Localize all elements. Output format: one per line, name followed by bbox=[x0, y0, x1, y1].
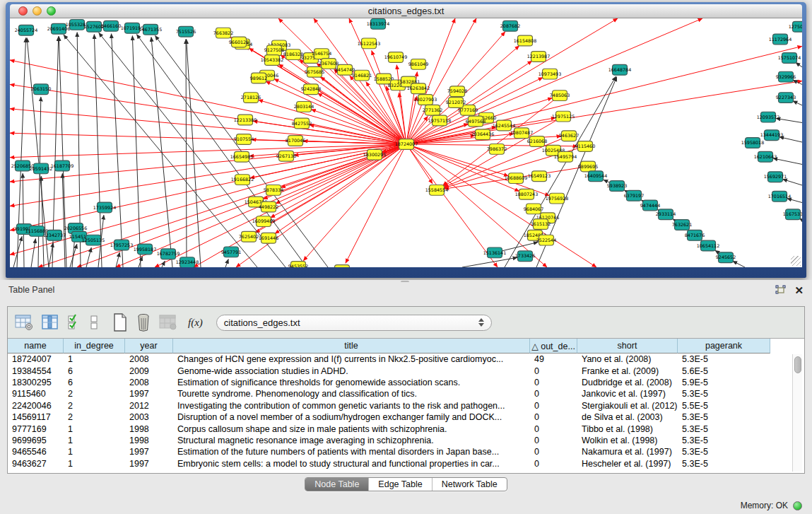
show-columns-icon[interactable] bbox=[41, 313, 59, 332]
graph-node[interactable]: 9107554 bbox=[234, 134, 254, 145]
graph-node[interactable]: 1691446 bbox=[259, 233, 278, 243]
table-row[interactable]: 1830029562008Estimation of significance … bbox=[8, 377, 804, 388]
column-header-short[interactable]: short bbox=[577, 339, 678, 354]
table-row[interactable]: 969969511998Structural magnetic resonanc… bbox=[8, 435, 804, 446]
function-builder-icon[interactable]: f(x) bbox=[188, 313, 203, 332]
panel-splitter-handle[interactable] bbox=[401, 281, 409, 284]
graph-node[interactable]: 7632621 bbox=[672, 220, 692, 230]
table-row[interactable]: 977716911998Corpus callosum shape and si… bbox=[8, 423, 804, 434]
graph-node[interactable]: 10807487 bbox=[510, 128, 533, 139]
table-row[interactable]: 911546021997Tourette syndrome. Phenomeno… bbox=[8, 388, 804, 399]
graph-node[interactable]: 18313974 bbox=[367, 18, 389, 29]
graph-node[interactable]: 1546754 bbox=[312, 49, 331, 59]
graph-node[interactable]: 12450122 bbox=[331, 265, 353, 267]
table-row[interactable]: 946362711997Embryonic stem cells: a mode… bbox=[8, 458, 804, 469]
graph-node[interactable]: 5675685 bbox=[305, 66, 324, 77]
network-select[interactable]: citations_edges.txt bbox=[216, 315, 492, 331]
delete-icon[interactable] bbox=[136, 313, 151, 332]
graph-node[interactable]: 2933114 bbox=[656, 209, 676, 220]
resize-grip[interactable] bbox=[791, 256, 801, 266]
zoom-window-icon[interactable] bbox=[47, 6, 56, 16]
graph-node[interactable]: 7625402 bbox=[239, 231, 259, 242]
table-vertical-scrollbar[interactable] bbox=[792, 354, 802, 472]
graph-node[interactable]: 2718126 bbox=[241, 93, 261, 103]
graph-node[interactable]: 16154808 bbox=[514, 35, 536, 46]
graph-node[interactable]: 4498222 bbox=[259, 201, 278, 212]
graph-node[interactable]: 15122543 bbox=[358, 38, 380, 49]
graph-node[interactable]: 989612 bbox=[250, 73, 267, 83]
window-titlebar[interactable]: citations_edges.txt bbox=[10, 4, 802, 18]
new-document-icon[interactable] bbox=[112, 313, 128, 332]
column-header-out-de-[interactable]: △ out_de... bbox=[530, 339, 577, 354]
table-row[interactable]: 1456911722003Disruption of a novel membe… bbox=[8, 411, 804, 423]
network-canvas[interactable]: 1872400739129541422608391275081054338281… bbox=[10, 18, 802, 267]
graph-node[interactable]: 6379197 bbox=[624, 190, 644, 201]
select-all-icon[interactable] bbox=[67, 313, 81, 332]
graph-node[interactable]: 1615132 bbox=[531, 219, 551, 230]
table-row[interactable]: 946554611997Estimation of the future num… bbox=[8, 446, 804, 457]
graph-node[interactable]: 10688609 bbox=[505, 173, 527, 184]
graph-node[interactable]: 2063150 bbox=[31, 84, 51, 95]
graph-node[interactable]: 9127508 bbox=[264, 45, 284, 56]
graph-node[interactable]: 9227343 bbox=[776, 93, 796, 103]
graph-node[interactable]: 9463627 bbox=[559, 131, 579, 141]
graph-node[interactable]: 9146821 bbox=[352, 70, 372, 81]
graph-node[interactable]: 8471676 bbox=[685, 230, 705, 240]
graph-node[interactable]: 12213987 bbox=[527, 52, 550, 62]
graph-node[interactable]: 5878334 bbox=[264, 185, 283, 195]
graph-node[interactable]: 16648784 bbox=[608, 64, 631, 75]
column-header-name[interactable]: name bbox=[8, 339, 64, 354]
graph-node[interactable]: 6497568 bbox=[466, 116, 486, 127]
table-row[interactable]: 1938455462009Genome-wide association stu… bbox=[8, 365, 804, 376]
close-window-icon[interactable] bbox=[18, 6, 28, 16]
graph-node[interactable]: 12093572 bbox=[757, 112, 779, 122]
graph-node[interactable]: 5938923 bbox=[607, 181, 627, 192]
graph-node[interactable]: 19610749 bbox=[384, 52, 407, 63]
graph-node[interactable]: 2087682 bbox=[500, 21, 520, 31]
graph-node[interactable]: 19756928 bbox=[546, 193, 568, 204]
graph-node[interactable]: 12923448 bbox=[176, 257, 199, 267]
column-header-title[interactable]: title bbox=[173, 339, 530, 354]
table-row[interactable]: 2242004622012Investigating the contribut… bbox=[8, 400, 804, 411]
graph-node[interactable]: 16210643 bbox=[754, 151, 777, 162]
graph-node[interactable]: 10543382 bbox=[261, 55, 283, 66]
graph-node[interactable]: 9245652 bbox=[716, 252, 736, 263]
graph-node[interactable]: 15751074 bbox=[778, 53, 801, 64]
graph-node[interactable]: 7986372 bbox=[487, 144, 507, 154]
close-panel-icon[interactable]: ✕ bbox=[794, 285, 804, 296]
graph-node[interactable]: 13444193 bbox=[760, 130, 783, 141]
graph-node[interactable]: 15692971 bbox=[764, 172, 787, 182]
graph-node[interactable]: 19166822 bbox=[231, 175, 254, 185]
tab-network-table[interactable]: Network Table bbox=[433, 478, 507, 491]
graph-node[interactable]: 9899695 bbox=[578, 161, 598, 172]
graph-node[interactable]: 12975125 bbox=[552, 111, 575, 122]
graph-node[interactable]: 9242848 bbox=[301, 84, 321, 95]
graph-node[interactable]: 8427552 bbox=[292, 118, 312, 129]
table-row[interactable]: 1872400712008Changes of HCN gene express… bbox=[8, 354, 804, 365]
float-panel-icon[interactable] bbox=[775, 284, 787, 296]
graph-node[interactable]: 11172964 bbox=[769, 34, 792, 45]
graph-node[interactable]: 10654112 bbox=[697, 240, 719, 251]
graph-node[interactable]: 12213389 bbox=[234, 115, 257, 125]
column-header-year[interactable]: year bbox=[125, 339, 173, 354]
deselect-all-icon[interactable] bbox=[89, 313, 99, 332]
minimize-window-icon[interactable] bbox=[33, 6, 42, 16]
graph-node[interactable]: 9457791 bbox=[221, 247, 241, 257]
tab-node-table[interactable]: Node Table bbox=[305, 478, 369, 491]
graph-node[interactable]: 7485063 bbox=[550, 90, 570, 101]
graph-node[interactable]: 9684067 bbox=[524, 204, 543, 214]
graph-node[interactable]: 17359924 bbox=[93, 202, 116, 213]
graph-node[interactable]: 17016514 bbox=[768, 191, 791, 201]
graph-node[interactable]: 6216068 bbox=[527, 136, 547, 147]
graph-node[interactable]: 7594028 bbox=[447, 86, 467, 97]
graph-node[interactable]: 16187709 bbox=[51, 160, 73, 171]
graph-node[interactable]: 9660128 bbox=[229, 37, 249, 47]
graph-node[interactable]: 7515526 bbox=[176, 26, 196, 37]
graph-node[interactable]: 7663822 bbox=[213, 28, 233, 38]
graph-node[interactable]: 19958187 bbox=[134, 244, 156, 255]
graph-node[interactable]: 8170046 bbox=[286, 136, 305, 146]
graph-node[interactable]: 2803144 bbox=[294, 101, 314, 112]
graph-node[interactable]: 9329966 bbox=[776, 71, 796, 82]
graph-node[interactable]: 1733426 bbox=[515, 251, 535, 262]
graph-node[interactable]: 15958018 bbox=[741, 138, 764, 148]
